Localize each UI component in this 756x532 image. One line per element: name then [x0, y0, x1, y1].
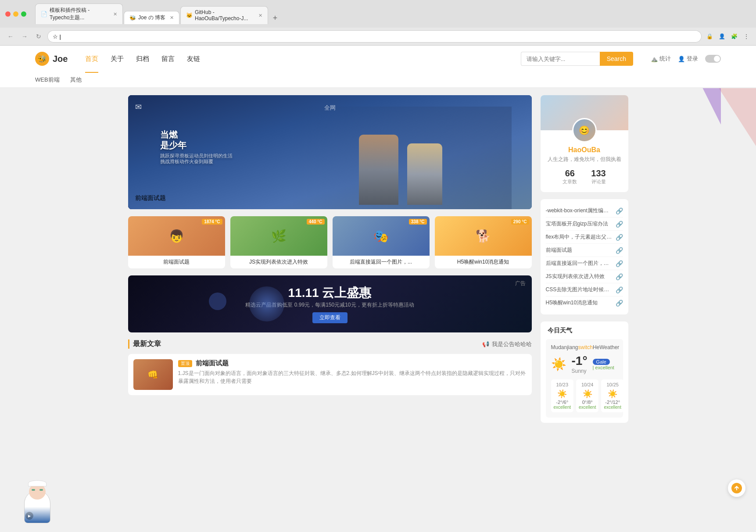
- hot-link-6[interactable]: JS实现列表依次进入特效 🔗: [546, 270, 623, 283]
- thumb-item-4[interactable]: 🐕 290 °C H5唤醒win10消息通知: [435, 216, 532, 268]
- forecast-date-3: 10/25: [604, 382, 621, 387]
- nav-guestbook[interactable]: 留言: [161, 53, 175, 65]
- address-bar[interactable]: [47, 30, 702, 43]
- sub-nav-other[interactable]: 其他: [70, 76, 82, 84]
- browser-titlebar: 📄 模板和插件投稿 - Typecho主题... ✕ 🐝 Joe の 博客 ✕ …: [0, 0, 756, 28]
- nav-friends[interactable]: 友链: [187, 53, 200, 65]
- article-thumb-img: 👊: [133, 359, 173, 390]
- hot-link-text-8: H5唤醒win10消息通知: [546, 299, 612, 307]
- link-icon-8: 🔗: [616, 300, 623, 307]
- profile-name: HaoOuBa: [548, 146, 621, 154]
- thumb-badge-2: 440 °C: [307, 219, 325, 225]
- tab-close-active-icon[interactable]: ✕: [170, 15, 174, 21]
- refresh-button[interactable]: ↻: [33, 31, 44, 42]
- link-icon-6: 🔗: [616, 273, 623, 280]
- minimize-window-btn[interactable]: [13, 11, 18, 17]
- profile-stats: 66 文章数 133 评论量: [548, 168, 621, 185]
- forecast-temp-1: -2°/6°: [554, 400, 571, 405]
- browser-tabs: 📄 模板和插件投稿 - Typecho主题... ✕ 🐝 Joe の 博客 ✕ …: [35, 4, 751, 24]
- user-icon: 👤: [678, 56, 685, 62]
- browser-tab-github[interactable]: 🐱 GitHub - HaoOuBa/Typecho-J... ✕: [180, 6, 268, 24]
- browser-tab[interactable]: 📄 模板和插件投稿 - Typecho主题... ✕: [35, 4, 123, 24]
- hot-link-8[interactable]: H5唤醒win10消息通知 🔗: [546, 296, 623, 309]
- stats-action[interactable]: ⛰️ 统计: [651, 55, 671, 63]
- forecast-day-2: 10/24 ☀️ 0°/8° excellent: [576, 379, 598, 412]
- article-top: 置顶 前端面试题: [178, 359, 527, 368]
- weather-switch[interactable]: switch: [578, 344, 593, 350]
- hero-card[interactable]: 全网 当燃是少年 跳跃探寻滑板运动员刘佳明的生活挑战滑板动作火奋到颠覆 ✉ 前端…: [128, 95, 532, 209]
- weather-section: 今日天气 Mudanjiang switch HeWeather ☀️ -1° …: [541, 321, 628, 423]
- site-logo[interactable]: 🐝 Joe: [35, 52, 68, 66]
- link-icon-5: 🔗: [616, 260, 623, 267]
- link-icon-2: 🔗: [616, 221, 623, 228]
- tab-favicon-active: 🐝: [129, 15, 136, 21]
- close-window-btn[interactable]: [5, 11, 11, 17]
- tab-close-github-icon[interactable]: ✕: [258, 13, 262, 18]
- nav-home[interactable]: 首页: [85, 53, 98, 65]
- article-item[interactable]: 👊 置顶 前端面试题 1.JS是一门面向对象的语言，面向对象语言的三大特征封装、…: [128, 354, 532, 395]
- site-header: 🐝 Joe 首页 关于 归档 留言 友链 Search ⛰️ 统计 �: [0, 46, 756, 88]
- forward-button[interactable]: →: [19, 31, 30, 42]
- browser-chrome: 📄 模板和插件投稿 - Typecho主题... ✕ 🐝 Joe の 博客 ✕ …: [0, 0, 756, 46]
- link-icon-3: 🔗: [616, 234, 623, 241]
- lock-icon: 🔒: [705, 32, 714, 41]
- profile-avatar: 😊: [572, 118, 597, 143]
- forecast-icon-1: ☀️: [554, 389, 571, 399]
- hot-link-1[interactable]: -webkit-box-orient属性编译... 🔗: [546, 204, 623, 218]
- hot-link-3[interactable]: flex布局中，子元素超出父元... 🔗: [546, 231, 623, 244]
- search-input[interactable]: [521, 52, 600, 66]
- comments-stat: 133 评论量: [591, 168, 606, 185]
- extension-icon[interactable]: 🧩: [730, 32, 738, 41]
- ad-banner[interactable]: 广告 11.11 云上盛惠 精选云产品首购低至 0.99元，每满150元减10元…: [128, 275, 532, 332]
- sidebar: 😊 HaoOuBa 人生之路，难免坎坷，但我执着 66 文章数 133 评论量: [541, 95, 628, 430]
- thumb-badge-4: 290 °C: [511, 219, 529, 225]
- hot-link-text-4: 前端面试题: [546, 246, 612, 254]
- weather-forecast: 10/23 ☀️ -2°/6° excellent 10/24 ☀️ 0°/8°…: [551, 379, 618, 412]
- comments-count: 133: [591, 168, 606, 179]
- share-icon: ✉: [135, 102, 142, 112]
- thumb-label-2: JS实现列表依次进入特效: [230, 256, 327, 268]
- hot-link-text-7: CSS去除无图片地址时候的边框: [546, 286, 612, 293]
- menu-icon[interactable]: ⋮: [742, 32, 751, 41]
- thumb-item-2[interactable]: 🌿 440 °C JS实现列表依次进入特效: [230, 216, 327, 268]
- browser-tab-active[interactable]: 🐝 Joe の 博客 ✕: [124, 11, 179, 24]
- hot-link-7[interactable]: CSS去除无图片地址时候的边框 🔗: [546, 283, 623, 296]
- traffic-lights: [5, 11, 26, 17]
- tab-favicon: 📄: [41, 11, 47, 17]
- articles-label: 文章数: [563, 179, 577, 185]
- back-button[interactable]: ←: [5, 31, 16, 42]
- nav-archive[interactable]: 归档: [136, 53, 149, 65]
- maximize-window-btn[interactable]: [21, 11, 26, 17]
- sub-nav-frontend[interactable]: WEB前端: [35, 76, 60, 84]
- profile-card: 😊 HaoOuBa 人生之路，难免坎坷，但我执着 66 文章数 133 评论量: [541, 95, 628, 192]
- profile-icon[interactable]: 👤: [717, 32, 726, 41]
- hot-link-2[interactable]: 宝塔面板开启gizp压缩办法 🔗: [546, 218, 623, 231]
- thumb-item-1[interactable]: 👦 1874 °C 前端面试题: [128, 216, 225, 268]
- hero-title: 前端面试题: [135, 194, 166, 202]
- thumb-badge-3: 338 °C: [409, 219, 427, 225]
- search-bar: Search: [521, 52, 633, 66]
- forecast-day-3: 10/25 ☀️ -2°/12° excellent: [601, 379, 623, 412]
- hero-badge-text: 当燃是少年: [160, 129, 233, 150]
- forecast-icon-2: ☀️: [579, 389, 596, 399]
- dark-mode-toggle[interactable]: [705, 55, 721, 63]
- announce-action[interactable]: 📢 我是公告哈哈哈: [482, 340, 532, 348]
- hot-link-text-1: -webkit-box-orient属性编译...: [546, 207, 612, 214]
- chart-icon: ⛰️: [651, 56, 658, 62]
- new-tab-button[interactable]: +: [269, 12, 281, 24]
- weather-title: 今日天气: [546, 327, 623, 335]
- latest-section-header: 最新文章 📢 我是公告哈哈哈: [128, 339, 532, 349]
- nav-about[interactable]: 关于: [111, 53, 124, 65]
- hot-link-text-2: 宝塔面板开启gizp压缩办法: [546, 220, 612, 228]
- login-action[interactable]: 👤 登录: [678, 55, 698, 63]
- weather-quality: | excellent: [593, 365, 614, 370]
- hot-link-4[interactable]: 前端面试题 🔗: [546, 244, 623, 257]
- thumb-item-3[interactable]: 🎭 338 °C 后端直接返回一个图片，...: [333, 216, 430, 268]
- hot-link-5[interactable]: 后端直接返回一个图片，前端... 🔗: [546, 257, 623, 270]
- weather-temp: -1°: [572, 354, 588, 368]
- search-button[interactable]: Search: [600, 52, 633, 66]
- ad-button[interactable]: 立即查看: [312, 312, 348, 323]
- logo-icon: 🐝: [35, 52, 49, 66]
- tab-close-icon[interactable]: ✕: [113, 11, 117, 17]
- forecast-date-1: 10/23: [554, 382, 571, 387]
